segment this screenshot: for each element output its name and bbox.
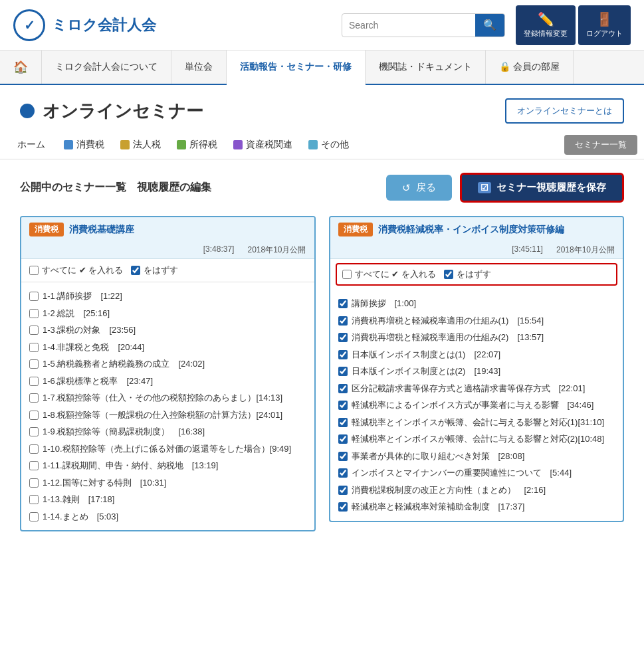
list-item: 消費税再増税と軽減税率適用の仕組み(2) [13:57] (338, 329, 615, 346)
right-item-checkbox-0[interactable] (338, 299, 348, 308)
checkbox-icon: ☑ (478, 182, 491, 193)
consumption-tax-color-dot (64, 140, 73, 149)
panel-left-header: 消費税 消費税基礎講座 (21, 217, 314, 242)
right-item-checkbox-10[interactable] (338, 468, 348, 478)
left-item-checkbox-10[interactable] (29, 461, 39, 470)
logo-area: ✓ ミロク会計人会 (13, 9, 342, 41)
logo-circle: ✓ (13, 9, 45, 41)
panel-right-check-all[interactable]: すべてに ✔ を入れる (342, 268, 436, 280)
check-all-right-checkbox[interactable] (342, 270, 352, 279)
online-seminar-info-button[interactable]: オンラインセミナーとは (505, 98, 624, 124)
uncheck-right-checkbox[interactable] (444, 270, 453, 279)
left-item-checkbox-6[interactable] (29, 393, 39, 403)
logout-button[interactable]: 🚪 ログアウト (578, 5, 631, 45)
right-item-checkbox-4[interactable] (338, 367, 348, 376)
right-item-checkbox-8[interactable] (338, 434, 348, 444)
panel-right-duration: [3:45:11] (512, 244, 543, 256)
list-item: 1-6.課税標準と税率 [23:47] (29, 373, 306, 390)
content-header: 公開中のセミナー一覧 視聴履歴の編集 ↺ 戻る ☑ セミナー視聴履歴を保存 (20, 173, 624, 203)
sub-nav-other[interactable]: その他 (300, 135, 357, 155)
list-item: 1-1.講師挨拶 [1:22] (29, 288, 306, 305)
refresh-icon: ↺ (402, 182, 411, 194)
nav-about[interactable]: ミロク会計人会について (42, 50, 171, 84)
register-button[interactable]: ✏️ 登録情報変更 (516, 5, 576, 45)
page-title-area: オンラインセミナー (20, 100, 203, 123)
seminar-list-button[interactable]: セミナー一覧 (564, 135, 637, 155)
search-area: 🔍 (342, 13, 505, 37)
list-item: 区分記載請求書等保存方式と適格請求書等保存方式 [22:01] (338, 380, 615, 397)
sub-nav-income-tax[interactable]: 所得税 (169, 135, 225, 155)
nav-seminar[interactable]: 活動報告・セミナー・研修 (227, 50, 366, 85)
list-item: 1-12.国等に対する特則 [10:31] (29, 474, 306, 492)
list-item: 1-14.まとめ [5:03] (29, 508, 306, 525)
back-button[interactable]: ↺ 戻る (386, 175, 452, 201)
panel-left-title: 消費税基礎講座 (69, 224, 134, 236)
search-button[interactable]: 🔍 (475, 13, 504, 37)
sub-nav-corporate-tax[interactable]: 法人税 (112, 135, 169, 155)
sub-nav: ホーム 消費税 法人税 所得税 資産税関連 その他 セミナー一覧 (0, 130, 644, 159)
list-item: 1-3.課税の対象 [23:56] (29, 322, 306, 339)
right-item-checkbox-5[interactable] (338, 384, 348, 393)
panels-container: 消費税 消費税基礎講座 [3:48:37] 2018年10月公開 すべてに ✔ … (20, 216, 624, 531)
right-item-checkbox-7[interactable] (338, 418, 348, 427)
list-item: 消費税再増税と軽減税率適用の仕組み(1) [15:54] (338, 312, 615, 330)
panel-left-published: 2018年10月公開 (247, 244, 306, 256)
left-item-checkbox-7[interactable] (29, 411, 39, 420)
right-item-checkbox-2[interactable] (338, 333, 348, 342)
list-item: インボイスとマイナンバーの重要関連性について [5:44] (338, 464, 615, 482)
sub-nav-home[interactable]: ホーム (7, 135, 56, 155)
search-input[interactable] (342, 20, 475, 31)
left-item-checkbox-3[interactable] (29, 343, 39, 352)
nav-docs[interactable]: 機関誌・ドキュメント (366, 50, 486, 84)
main-content: 公開中のセミナー一覧 視聴履歴の編集 ↺ 戻る ☑ セミナー視聴履歴を保存 消費… (0, 159, 644, 545)
list-item: 消費税課税制度の改正と方向性（まとめ） [2:16] (338, 482, 615, 499)
left-item-checkbox-4[interactable] (29, 359, 39, 369)
list-item: 事業者が具体的に取り組むべき対策 [28:08] (338, 448, 615, 465)
nav-unit[interactable]: 単位会 (171, 50, 227, 84)
left-item-checkbox-8[interactable] (29, 427, 39, 436)
panel-left-check-all[interactable]: すべてに ✔ を入れる (29, 264, 123, 276)
nav-members[interactable]: 🔒 会員の部屋 (486, 50, 574, 84)
left-item-checkbox-5[interactable] (29, 377, 39, 386)
list-item: 軽減税率によるインボイス方式が事業者に与える影響 [34:46] (338, 397, 615, 414)
right-item-checkbox-1[interactable] (338, 316, 348, 326)
list-item: 1-4.非課税と免税 [20:44] (29, 339, 306, 356)
panel-left-body: 1-1.講師挨拶 [1:22]1-2.総説 [25:16]1-3.課税の対象 [… (21, 282, 314, 530)
list-item: 軽減税率とインボイスが帳簿、会計に与える影響と対応(2)[10:48] (338, 430, 615, 448)
left-item-checkbox-2[interactable] (29, 326, 39, 335)
right-item-checkbox-9[interactable] (338, 452, 348, 461)
check-all-left-checkbox[interactable] (29, 266, 39, 275)
list-item: 日本版インボイス制度とは(2) [19:43] (338, 363, 615, 380)
panel-left-duration: [3:48:37] (203, 244, 235, 256)
panel-left-uncheck[interactable]: をはずす (131, 264, 178, 276)
action-buttons: ↺ 戻る ☑ セミナー視聴履歴を保存 (386, 173, 624, 203)
left-item-checkbox-13[interactable] (29, 512, 39, 521)
panel-right-header: 消費税 消費税軽減税率・インボイス制度対策研修編 (330, 217, 623, 242)
sub-header: オンラインセミナー オンラインセミナーとは (0, 85, 644, 130)
search-icon: 🔍 (483, 19, 496, 31)
panel-left-tag: 消費税 (29, 223, 64, 236)
panel-left-meta: [3:48:37] 2018年10月公開 (21, 242, 314, 259)
uncheck-left-checkbox[interactable] (131, 266, 140, 275)
right-item-checkbox-6[interactable] (338, 401, 348, 410)
left-item-checkbox-9[interactable] (29, 444, 39, 454)
panel-left: 消費税 消費税基礎講座 [3:48:37] 2018年10月公開 すべてに ✔ … (20, 216, 316, 531)
list-item: 1-8.税額控除等（一般課税の仕入控除税額の計算方法）[24:01] (29, 407, 306, 424)
save-history-button[interactable]: ☑ セミナー視聴履歴を保存 (460, 173, 624, 203)
nav-home[interactable]: 🏠 (0, 50, 42, 84)
left-item-checkbox-1[interactable] (29, 309, 39, 318)
right-item-checkbox-3[interactable] (338, 350, 348, 359)
list-item: 軽減税率と軽減税率対策補助金制度 [17:37] (338, 498, 615, 516)
left-item-checkbox-11[interactable] (29, 478, 39, 488)
logo-text: ミロク会計人会 (52, 15, 156, 35)
left-item-checkbox-12[interactable] (29, 495, 39, 504)
logout-icon: 🚪 (596, 11, 613, 27)
sub-nav-asset-tax[interactable]: 資産税関連 (225, 135, 300, 155)
left-item-checkbox-0[interactable] (29, 292, 39, 301)
panel-left-controls: すべてに ✔ を入れる をはずす (21, 259, 314, 282)
sub-nav-consumption-tax[interactable]: 消費税 (56, 135, 112, 155)
right-item-checkbox-11[interactable] (338, 486, 348, 495)
panel-right-uncheck[interactable]: をはずす (444, 268, 491, 280)
right-item-checkbox-12[interactable] (338, 502, 348, 512)
list-item: 軽減税率とインボイスが帳簿、会計に与える影響と対応(1)[31:10] (338, 414, 615, 431)
